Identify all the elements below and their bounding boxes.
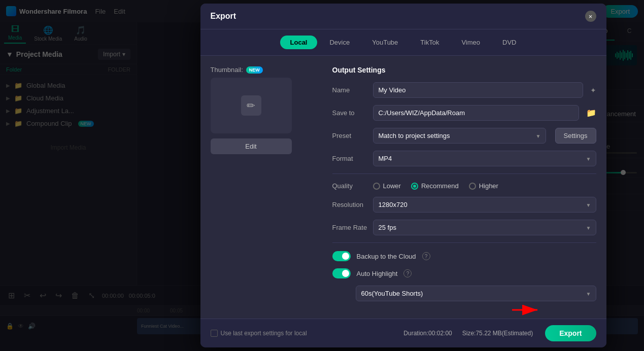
resolution-select[interactable]: 1280x720 1920x1080 3840x2160 <box>373 197 596 213</box>
tab-local[interactable]: Local <box>280 36 318 49</box>
frame-rate-label: Frame Rate <box>332 224 368 231</box>
settings-button[interactable]: Settings <box>555 128 596 144</box>
preset-select[interactable]: Match to project settings <box>373 128 546 144</box>
dialog-tab-row: Local Device YouTube TikTok Vimeo DVD <box>200 29 606 56</box>
divider-2 <box>332 242 596 243</box>
name-label: Name <box>332 86 368 94</box>
backup-cloud-toggle[interactable] <box>332 251 351 261</box>
dialog-header: Export × <box>200 4 606 29</box>
radio-circle-recommend <box>411 183 418 190</box>
last-settings-checkbox[interactable]: Use last export settings for local <box>211 330 307 337</box>
resolution-select-wrapper: 1280x720 1920x1080 3840x2160 ▼ <box>373 197 596 213</box>
quality-higher[interactable]: Higher <box>469 182 498 190</box>
duration-info: Duration:00:02:00 <box>403 330 452 337</box>
quality-recommend[interactable]: Recommend <box>411 182 459 190</box>
output-settings-title: Output Settings <box>332 66 596 74</box>
frame-rate-row: Frame Rate 25 fps 30 fps 60 fps ▼ <box>332 220 596 235</box>
frame-rate-select-wrapper: 25 fps 30 fps 60 fps ▼ <box>373 220 596 235</box>
format-row: Format MP4 MOV AVI ▼ <box>332 151 596 166</box>
tab-vimeo[interactable]: Vimeo <box>451 36 490 49</box>
backup-help-icon[interactable]: ? <box>422 252 430 260</box>
tab-dvd[interactable]: DVD <box>492 36 526 49</box>
preset-select-wrapper: Match to project settings ▼ <box>373 128 546 144</box>
dialog-body: Thumbnail: NEW ✏ Edit Output Settings Na… <box>200 56 606 319</box>
ai-icon[interactable]: ✦ <box>590 86 596 94</box>
output-settings: Output Settings Name ✦ Save to 📁 Preset <box>317 66 596 308</box>
auto-highlight-help-icon[interactable]: ? <box>403 269 412 277</box>
quality-lower[interactable]: Lower <box>373 182 401 190</box>
close-button[interactable]: × <box>585 11 596 22</box>
highlight-duration-row: 60s(YouTube Shorts) 15s 30s ▼ <box>356 286 596 301</box>
dialog-footer: Use last export settings for local Durat… <box>200 319 606 347</box>
divider <box>332 173 596 174</box>
tab-device[interactable]: Device <box>319 36 360 49</box>
frame-rate-select[interactable]: 25 fps 30 fps 60 fps <box>373 220 596 235</box>
auto-highlight-label: Auto Highlight <box>357 270 398 277</box>
edit-pencil-icon: ✏ <box>241 95 261 116</box>
auto-highlight-row: Auto Highlight ? <box>332 268 596 278</box>
tab-tiktok[interactable]: TikTok <box>410 36 449 49</box>
radio-circle-lower <box>373 183 380 190</box>
highlight-duration-wrapper: 60s(YouTube Shorts) 15s 30s ▼ <box>356 286 596 301</box>
thumbnail-label: Thumbnail: NEW <box>211 66 317 74</box>
arrow-indicator <box>512 300 543 322</box>
quality-radio-group: Lower Recommend Higher <box>373 182 498 190</box>
format-select[interactable]: MP4 MOV AVI <box>373 151 596 166</box>
format-label: Format <box>332 155 368 162</box>
dialog-title: Export <box>211 12 236 21</box>
size-info: Size:75.22 MB(Estimated) <box>462 330 533 337</box>
auto-highlight-toggle[interactable] <box>332 268 351 278</box>
modal-overlay: Export × Local Device YouTube TikTok Vim… <box>0 0 644 351</box>
highlight-duration-select[interactable]: 60s(YouTube Shorts) 15s 30s <box>356 286 596 301</box>
name-row: Name ✦ <box>332 82 596 98</box>
resolution-row: Resolution 1280x720 1920x1080 3840x2160 … <box>332 197 596 213</box>
preset-label: Preset <box>332 132 368 139</box>
tab-youtube[interactable]: YouTube <box>362 36 408 49</box>
name-input[interactable] <box>373 82 583 98</box>
resolution-label: Resolution <box>332 201 368 208</box>
export-dialog: Export × Local Device YouTube TikTok Vim… <box>200 4 606 347</box>
thumbnail-section: Thumbnail: NEW ✏ Edit <box>211 66 317 308</box>
preset-row: Preset Match to project settings ▼ Setti… <box>332 128 596 144</box>
toggle-section: Backup to the Cloud ? Auto Highlight ? 6… <box>332 251 596 301</box>
save-to-input[interactable] <box>373 105 579 121</box>
backup-cloud-row: Backup to the Cloud ? <box>332 251 596 261</box>
export-main-button[interactable]: Export <box>545 325 596 341</box>
backup-cloud-label: Backup to the Cloud <box>357 253 416 260</box>
save-to-row: Save to 📁 <box>332 105 596 121</box>
quality-row: Quality Lower Recommend Higher <box>332 182 596 190</box>
thumbnail-edit-button[interactable]: Edit <box>211 138 292 154</box>
checkbox-box[interactable] <box>211 330 218 337</box>
new-badge: NEW <box>246 66 263 74</box>
format-select-wrapper: MP4 MOV AVI ▼ <box>373 151 596 166</box>
thumbnail-preview: ✏ <box>211 78 292 133</box>
browse-folder-icon[interactable]: 📁 <box>586 108 596 118</box>
radio-circle-higher <box>469 183 476 190</box>
save-to-label: Save to <box>332 109 368 117</box>
quality-label: Quality <box>332 182 368 190</box>
footer-info: Duration:00:02:00 Size:75.22 MB(Estimate… <box>403 330 533 337</box>
